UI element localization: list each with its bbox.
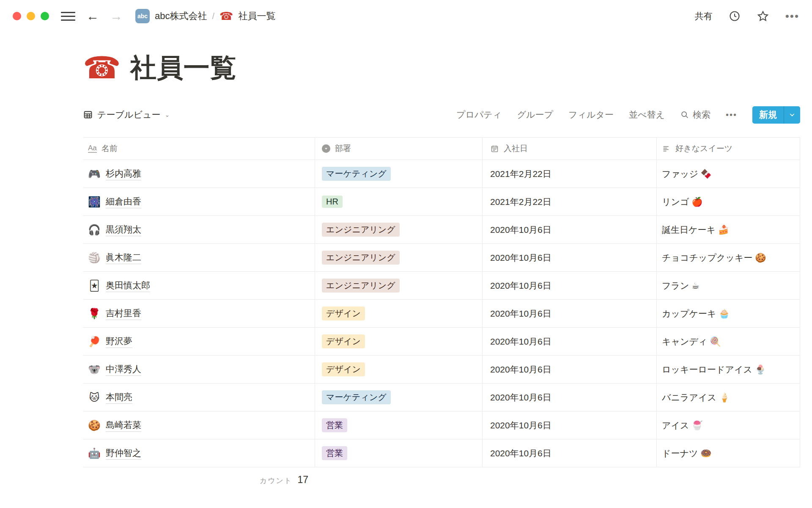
favorite-sweet-cell[interactable]: キャンディ 🍭 (657, 328, 800, 355)
favorite-sweet-cell[interactable]: カップケーキ 🧁 (657, 300, 800, 327)
close-window-button[interactable] (13, 12, 21, 20)
forward-arrow-icon[interactable]: → (110, 10, 123, 22)
search-button[interactable]: 検索 (680, 109, 710, 121)
new-button-label: 新規 (752, 106, 784, 124)
department-cell[interactable]: 営業 (315, 439, 483, 467)
employee-page-link[interactable]: 野仲智之 (106, 447, 141, 460)
employee-page-link[interactable]: 本間亮 (106, 391, 132, 404)
department-cell[interactable]: デザイン (315, 300, 483, 327)
favorite-sweet-cell[interactable]: リンゴ 🍎 (657, 188, 800, 215)
favorite-sweet-cell[interactable]: バニラアイス 🍦 (657, 384, 800, 411)
join-date-cell[interactable]: 2020年10月6日 (483, 300, 657, 327)
view-switcher[interactable]: テーブルビュー ⌄ (83, 109, 170, 121)
name-cell[interactable]: 🏓 野沢夢 (83, 328, 315, 355)
department-cell[interactable]: マーケティング (315, 384, 483, 411)
page-content: ☎ 社員一覧 テーブルビュー ⌄ プロパティ グループ フィルター 並べ替え 検… (83, 50, 800, 486)
page-title[interactable]: 社員一覧 (130, 50, 237, 86)
join-date-cell[interactable]: 2020年10月6日 (483, 384, 657, 411)
workspace-icon[interactable]: abc (135, 9, 150, 23)
name-cell[interactable]: 🐱 本間亮 (83, 384, 315, 411)
join-date-cell[interactable]: 2020年10月6日 (483, 216, 657, 243)
new-button-chevron-icon[interactable] (784, 106, 800, 124)
favorite-sweet-cell[interactable]: フラン ☕ (657, 272, 800, 299)
name-cell[interactable]: 🌹 吉村里香 (83, 300, 315, 327)
employee-page-link[interactable]: 細倉由香 (106, 196, 141, 208)
favorite-star-icon[interactable] (757, 10, 769, 22)
table-row: 🏐 眞木隆二 エンジニアリング 2020年10月6日 チョコチップクッキー 🍪 (83, 244, 800, 272)
minimize-window-button[interactable] (27, 12, 35, 20)
department-cell[interactable]: エンジニアリング (315, 272, 483, 299)
properties-button[interactable]: プロパティ (456, 109, 502, 121)
breadcrumb-workspace[interactable]: abc株式会社 (155, 10, 207, 22)
table-row: 🎮 杉内高雅 マーケティング 2021年2月22日 ファッジ 🍫 (83, 160, 800, 188)
name-cell[interactable]: 🐨 中澤秀人 (83, 356, 315, 383)
back-arrow-icon[interactable]: ← (86, 10, 99, 22)
department-cell[interactable]: エンジニアリング (315, 216, 483, 243)
join-date-cell[interactable]: 2020年10月6日 (483, 272, 657, 299)
favorite-sweet-cell[interactable]: アイス 🍧 (657, 411, 800, 439)
join-date-cell[interactable]: 2020年10月6日 (483, 356, 657, 383)
join-date-cell[interactable]: 2020年10月6日 (483, 411, 657, 439)
employee-page-link[interactable]: 島崎若菜 (106, 419, 141, 432)
join-date-cell[interactable]: 2020年10月6日 (483, 439, 657, 467)
employee-page-link[interactable]: 奥田慎太郎 (106, 279, 150, 292)
department-cell[interactable]: マーケティング (315, 160, 483, 188)
employee-page-link[interactable]: 眞木隆二 (106, 251, 141, 264)
text-property-icon (662, 144, 671, 153)
column-header-department[interactable]: 部署 (315, 138, 483, 160)
row-avatar-emoji-icon: 🌹 (88, 308, 101, 320)
row-avatar-emoji-icon: 🍪 (88, 420, 101, 431)
share-button[interactable]: 共有 (695, 10, 713, 22)
database-toolbar: テーブルビュー ⌄ プロパティ グループ フィルター 並べ替え 検索 ••• 新… (83, 106, 800, 124)
employee-table: Aa 名前 部署 入社日 (83, 137, 800, 486)
department-cell[interactable]: デザイン (315, 328, 483, 355)
select-property-icon (322, 144, 330, 153)
table-row: 🃏 奥田慎太郎 エンジニアリング 2020年10月6日 フラン ☕ (83, 272, 800, 300)
name-cell[interactable]: 🍪 島崎若菜 (83, 411, 315, 439)
more-options-icon[interactable]: ••• (785, 10, 799, 23)
join-date-cell[interactable]: 2021年2月22日 (483, 188, 657, 215)
zoom-window-button[interactable] (41, 12, 49, 20)
sidebar-toggle-icon[interactable] (61, 9, 75, 23)
breadcrumb-page[interactable]: 社員一覧 (238, 10, 275, 22)
new-record-button[interactable]: 新規 (752, 106, 800, 124)
name-cell[interactable]: 🤖 野仲智之 (83, 439, 315, 467)
employee-page-link[interactable]: 吉村里香 (106, 307, 141, 320)
page-icon-phone[interactable]: ☎ (83, 52, 121, 83)
favorite-sweet-cell[interactable]: ドーナツ 🍩 (657, 439, 800, 467)
join-date-cell[interactable]: 2020年10月6日 (483, 244, 657, 271)
department-cell[interactable]: HR (315, 188, 483, 215)
department-cell[interactable]: デザイン (315, 356, 483, 383)
toolbar-more-icon[interactable]: ••• (726, 110, 737, 120)
column-header-join-date[interactable]: 入社日 (483, 138, 657, 160)
sort-button[interactable]: 並べ替え (629, 109, 665, 121)
department-cell[interactable]: エンジニアリング (315, 244, 483, 271)
name-cell[interactable]: 🃏 奥田慎太郎 (83, 272, 315, 299)
department-cell[interactable]: 営業 (315, 411, 483, 439)
favorite-sweet-cell[interactable]: ファッジ 🍫 (657, 160, 800, 188)
join-date-value: 2020年10月6日 (490, 420, 551, 431)
employee-page-link[interactable]: 黒須翔太 (106, 224, 141, 236)
table-footer: カウント 17 (83, 467, 315, 486)
name-cell[interactable]: 🎧 黒須翔太 (83, 216, 315, 243)
employee-page-link[interactable]: 中澤秀人 (106, 363, 141, 376)
employee-page-link[interactable]: 野沢夢 (106, 335, 132, 348)
column-header-favorite-sweet[interactable]: 好きなスイーツ (657, 138, 800, 160)
group-button[interactable]: グループ (517, 109, 553, 121)
join-date-cell[interactable]: 2021年2月22日 (483, 160, 657, 188)
favorite-sweet-cell[interactable]: 誕生日ケーキ 🍰 (657, 216, 800, 243)
count-label[interactable]: カウント (260, 476, 293, 486)
filter-button[interactable]: フィルター (568, 109, 614, 121)
traffic-lights (13, 12, 49, 20)
name-cell[interactable]: 🏐 眞木隆二 (83, 244, 315, 271)
name-cell[interactable]: 🎆 細倉由香 (83, 188, 315, 215)
join-date-cell[interactable]: 2020年10月6日 (483, 328, 657, 355)
table-row: 🏓 野沢夢 デザイン 2020年10月6日 キャンディ 🍭 (83, 328, 800, 356)
favorite-sweet-cell[interactable]: チョコチップクッキー 🍪 (657, 244, 800, 271)
employee-page-link[interactable]: 杉内高雅 (106, 168, 141, 180)
favorite-sweet-cell[interactable]: ロッキーロードアイス 🍨 (657, 356, 800, 383)
column-label: 好きなスイーツ (675, 143, 732, 154)
name-cell[interactable]: 🎮 杉内高雅 (83, 160, 315, 188)
column-header-name[interactable]: Aa 名前 (83, 138, 315, 160)
updates-clock-icon[interactable] (729, 10, 741, 22)
